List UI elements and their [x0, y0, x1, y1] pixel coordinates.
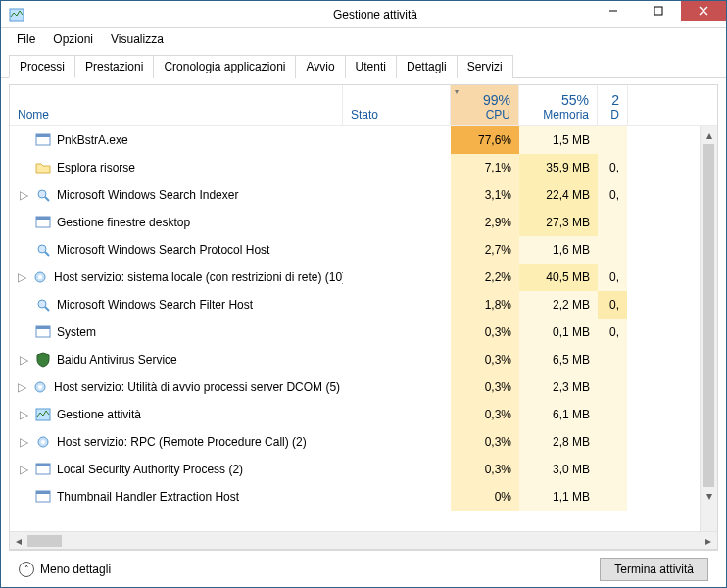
cell-cpu: 0,3% [451, 456, 519, 483]
horizontal-scrollbar[interactable]: ◂ ▸ [10, 531, 717, 549]
titlebar[interactable]: Gestione attività [1, 1, 726, 28]
cell-name: ▷Local Security Authority Process (2) [10, 456, 343, 483]
table-row[interactable]: ▷Local Security Authority Process (2)0,3… [10, 456, 700, 483]
table-row[interactable]: ▷Microsoft Windows Search Indexer3,1%22,… [10, 181, 700, 209]
scroll-left-button[interactable]: ◂ [10, 532, 27, 550]
less-details-toggle[interactable]: ˄ Meno dettagli [19, 562, 111, 577]
cell-name: ▷Thumbnail Handler Extraction Host [10, 483, 343, 511]
minimize-button[interactable] [591, 1, 636, 21]
cell-status [343, 373, 451, 401]
cell-memory: 2,8 MB [519, 428, 598, 456]
process-name: Thumbnail Handler Extraction Host [57, 490, 239, 504]
scroll-thumb-vertical[interactable] [703, 144, 714, 487]
menu-options[interactable]: Opzioni [45, 30, 101, 48]
cell-name: ▷System [10, 318, 343, 346]
expand-icon[interactable]: ▷ [18, 189, 29, 201]
scroll-up-button[interactable]: ▴ [701, 126, 717, 144]
less-details-label: Meno dettagli [40, 563, 111, 576]
cell-status [343, 401, 451, 428]
table-row[interactable]: ▷Gestione attività0,3%6,1 MB [10, 401, 700, 428]
process-name: System [57, 325, 96, 339]
cell-status [343, 456, 451, 483]
cell-status [343, 428, 451, 456]
tab-performance[interactable]: Prestazioni [74, 55, 154, 78]
column-name[interactable]: Nome [10, 85, 343, 125]
table-row[interactable]: ▷Baidu Antivirus Service0,3%6,5 MB [10, 346, 700, 373]
tab-services[interactable]: Servizi [457, 55, 513, 78]
cell-name: ▷Host servizio: Utilità di avvio process… [10, 373, 343, 401]
column-disk[interactable]: 2 D [598, 85, 627, 125]
cell-status [343, 209, 451, 236]
end-task-button[interactable]: Termina attività [600, 558, 708, 581]
tab-startup[interactable]: Avvio [295, 55, 345, 78]
tab-processes[interactable]: Processi [9, 55, 75, 78]
vertical-scrollbar[interactable]: ▴ ▾ [700, 126, 717, 531]
cell-status [343, 291, 451, 318]
column-cpu[interactable]: ▾ 99% CPU [451, 85, 519, 125]
menu-view[interactable]: Visualizza [103, 30, 171, 48]
table-row[interactable]: ▷Host servizio: Utilità di avvio process… [10, 373, 700, 401]
app-icon [35, 462, 51, 477]
scroll-down-button[interactable]: ▾ [701, 487, 717, 505]
gear-icon [35, 434, 51, 450]
cell-cpu: 0% [451, 483, 519, 511]
tabbar: Processi Prestazioni Cronologia applicaz… [1, 50, 726, 78]
expand-icon[interactable]: ▷ [18, 271, 26, 283]
cell-name: ▷Gestione attività [10, 401, 343, 428]
scroll-right-button[interactable]: ▸ [700, 532, 717, 550]
process-grid: Nome Stato ▾ 99% CPU 55% Memoria 2 D [9, 84, 718, 550]
app-icon [35, 489, 51, 505]
cell-name: ▷Gestione finestre desktop [10, 209, 343, 236]
table-row[interactable]: ▷Host servizio: sistema locale (con rest… [10, 264, 700, 291]
cell-cpu: 3,1% [451, 181, 519, 209]
table-row[interactable]: ▷Gestione finestre desktop2,9%27,3 MB [10, 209, 700, 236]
cell-status [343, 483, 451, 511]
column-memory[interactable]: 55% Memoria [519, 85, 598, 125]
cell-disk: 0, [598, 291, 627, 318]
menubar: File Opzioni Visualizza [1, 28, 726, 50]
expand-icon[interactable]: ▷ [18, 409, 29, 420]
tab-users[interactable]: Utenti [345, 55, 397, 78]
table-row[interactable]: ▷PnkBstrA.exe77,6%1,5 MB [10, 126, 700, 154]
expand-icon[interactable]: ▷ [18, 381, 26, 393]
column-status[interactable]: Stato [343, 85, 451, 125]
svg-rect-25 [36, 464, 50, 466]
cell-name: ▷PnkBstrA.exe [10, 126, 343, 154]
cell-disk [598, 209, 627, 236]
cell-status [343, 264, 451, 291]
cell-memory: 40,5 MB [519, 264, 598, 291]
expand-icon[interactable]: ▷ [18, 464, 29, 475]
tab-app-history[interactable]: Cronologia applicazioni [153, 55, 296, 78]
cell-name: ▷Microsoft Windows Search Indexer [10, 181, 343, 209]
maximize-button[interactable] [636, 1, 681, 21]
content-area: Nome Stato ▾ 99% CPU 55% Memoria 2 D [1, 78, 726, 587]
cell-name: ▷Microsoft Windows Search Protocol Host [10, 236, 343, 264]
hscroll-track[interactable] [27, 535, 700, 547]
grid-header: Nome Stato ▾ 99% CPU 55% Memoria 2 D [10, 85, 717, 126]
expand-icon[interactable]: ▷ [18, 354, 29, 366]
cell-memory: 1,5 MB [519, 126, 598, 154]
cell-name: ▷Baidu Antivirus Service [10, 346, 343, 373]
process-name: Gestione attività [57, 408, 141, 421]
expand-icon[interactable]: ▷ [18, 436, 29, 448]
tab-details[interactable]: Dettagli [396, 55, 458, 78]
process-name: Esplora risorse [57, 161, 135, 174]
cell-memory: 35,9 MB [519, 154, 598, 181]
table-row[interactable]: ▷Thumbnail Handler Extraction Host0%1,1 … [10, 483, 700, 511]
table-row[interactable]: ▷Microsoft Windows Search Protocol Host2… [10, 236, 700, 264]
cell-cpu: 1,8% [451, 291, 519, 318]
cell-memory: 27,3 MB [519, 209, 598, 236]
table-row[interactable]: ▷Esplora risorse7,1%35,9 MB0, [10, 154, 700, 181]
cell-memory: 2,3 MB [519, 373, 598, 401]
menu-file[interactable]: File [9, 30, 43, 48]
table-row[interactable]: ▷Microsoft Windows Search Filter Host1,8… [10, 291, 700, 318]
cell-cpu: 0,3% [451, 428, 519, 456]
cell-cpu: 77,6% [451, 126, 519, 154]
table-row[interactable]: ▷Host servizio: RPC (Remote Procedure Ca… [10, 428, 700, 456]
table-row[interactable]: ▷System0,3%0,1 MB0, [10, 318, 700, 346]
close-button[interactable] [681, 1, 726, 21]
scroll-thumb-horizontal[interactable] [27, 535, 62, 547]
footer: ˄ Meno dettagli Termina attività [9, 550, 718, 587]
cell-disk [598, 456, 627, 483]
process-name: Microsoft Windows Search Protocol Host [57, 243, 269, 257]
